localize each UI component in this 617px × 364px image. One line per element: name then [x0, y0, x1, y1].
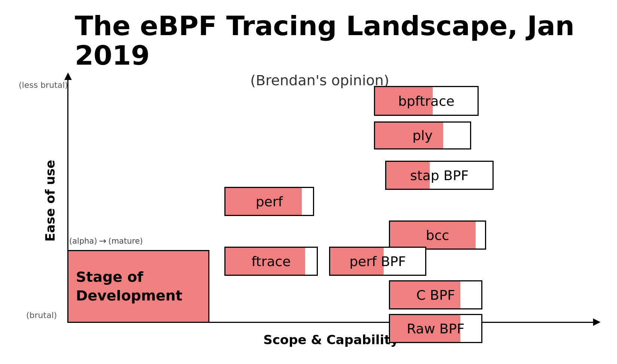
tool-fill-stap-bpf	[386, 162, 430, 189]
tool-box-c-bpf: C BPF	[389, 280, 482, 309]
tool-box-raw-bpf: Raw BPF	[389, 314, 482, 343]
tool-box-bcc: bcc	[389, 220, 486, 250]
tool-box-ply: ply	[374, 121, 471, 149]
chart-container: The eBPF Tracing Landscape, Jan 2019 (Br…	[0, 0, 617, 364]
alpha-mature-label: (alpha) → (mature)	[69, 236, 143, 246]
stage-box: Stage ofDevelopment	[67, 250, 209, 323]
y-axis-brutal-label: (brutal)	[26, 311, 57, 320]
stage-label: Stage ofDevelopment	[76, 268, 182, 305]
tool-fill-raw-bpf	[390, 315, 460, 342]
tool-fill-bpftrace	[375, 87, 433, 115]
arrow-label: →	[99, 236, 107, 246]
tool-box-perf-bpf: perf BPF	[329, 247, 426, 276]
tool-fill-ply	[375, 123, 443, 148]
alpha-label: (alpha)	[69, 237, 97, 246]
tool-box-bpftrace: bpftrace	[374, 86, 479, 116]
mature-label: (mature)	[108, 237, 143, 246]
tool-fill-ftrace	[225, 248, 305, 275]
tool-box-perf: perf	[224, 187, 314, 216]
tool-fill-perf-bpf	[330, 248, 384, 275]
x-axis-arrow	[593, 318, 601, 326]
x-axis-label: Scope & Capability	[263, 332, 399, 347]
main-title: The eBPF Tracing Landscape, Jan 2019	[75, 11, 595, 70]
tool-fill-c-bpf	[390, 281, 460, 308]
y-axis-label: Ease of use	[43, 160, 58, 242]
tool-fill-bcc	[390, 222, 476, 249]
chart-area: Ease of use (less brutal) (brutal) Scope…	[67, 78, 595, 323]
tool-box-ftrace: ftrace	[224, 247, 318, 276]
y-axis-less-label: (less brutal)	[19, 80, 68, 90]
y-axis-arrow	[64, 73, 72, 80]
tool-fill-perf	[225, 188, 302, 215]
tool-box-stap-bpf: stap BPF	[385, 161, 494, 190]
